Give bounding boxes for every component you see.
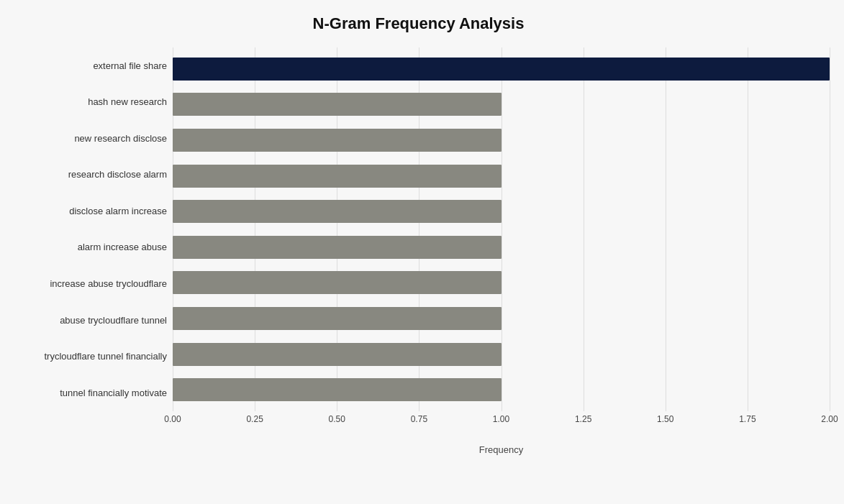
bar xyxy=(173,200,502,223)
chart-title: N-Gram Frequency Analysis xyxy=(7,14,830,33)
bar-row xyxy=(173,232,830,263)
bar-row xyxy=(173,196,830,227)
bar xyxy=(173,378,502,401)
bar xyxy=(173,236,502,259)
x-tick: 0.00 xyxy=(164,414,181,424)
grid-line xyxy=(830,47,830,411)
bar xyxy=(173,307,502,330)
bar-row xyxy=(173,374,830,406)
x-axis: 0.000.250.500.751.001.251.501.752.00 xyxy=(173,414,830,443)
y-labels: external file sharehash new researchnew … xyxy=(7,47,173,411)
x-tick: 2.00 xyxy=(821,414,838,424)
chart-area: external file sharehash new researchnew … xyxy=(7,47,830,411)
bar xyxy=(173,343,502,366)
x-tick: 1.00 xyxy=(493,414,509,424)
y-label: trycloudflare tunnel financially xyxy=(7,339,167,375)
bar xyxy=(173,58,830,81)
y-label: research disclose alarm xyxy=(7,157,167,193)
y-label: abuse trycloudflare tunnel xyxy=(7,302,167,339)
y-label: new research disclose xyxy=(7,120,167,157)
bar xyxy=(173,271,502,294)
y-label: disclose alarm increase xyxy=(7,193,167,229)
x-tick: 1.75 xyxy=(739,414,755,424)
chart-container: N-Gram Frequency Analysis external file … xyxy=(0,0,844,504)
bar xyxy=(173,93,502,116)
bars-wrapper xyxy=(173,47,830,411)
grid-and-bars xyxy=(173,47,830,411)
y-label: increase abuse trycloudflare xyxy=(7,266,167,303)
x-axis-label: Frequency xyxy=(173,444,830,455)
x-tick: 0.25 xyxy=(246,414,263,424)
y-label: external file share xyxy=(7,47,167,84)
bars-section xyxy=(173,47,830,411)
x-tick: 0.75 xyxy=(411,414,427,424)
y-label: hash new research xyxy=(7,84,167,121)
x-tick: 0.50 xyxy=(329,414,345,424)
bar-row xyxy=(173,267,830,298)
x-tick: 1.25 xyxy=(575,414,591,424)
bar-row xyxy=(173,88,830,120)
bar-row xyxy=(173,160,830,192)
bar-row xyxy=(173,303,830,334)
x-tick: 1.50 xyxy=(657,414,673,424)
bar-row xyxy=(173,339,830,370)
bar xyxy=(173,165,502,188)
bar-row xyxy=(173,53,830,85)
bar xyxy=(173,129,502,152)
bar-row xyxy=(173,124,830,156)
y-label: tunnel financially motivate xyxy=(7,375,167,411)
y-label: alarm increase abuse xyxy=(7,229,167,266)
